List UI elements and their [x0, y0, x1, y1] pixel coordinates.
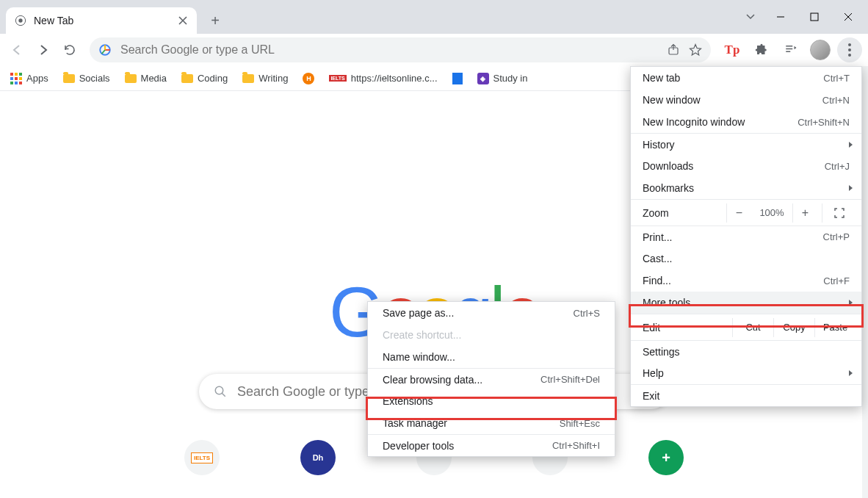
bookmark-folder-coding[interactable]: Coding	[181, 73, 228, 84]
menu-find[interactable]: Find...Ctrl+F	[631, 270, 861, 292]
profile-avatar[interactable]	[808, 37, 833, 62]
chevron-right-icon	[848, 299, 854, 306]
menu-exit[interactable]: Exit	[631, 384, 861, 406]
reload-button[interactable]	[59, 39, 81, 61]
tab-title: New Tab	[34, 15, 73, 26]
edit-copy-button[interactable]: Copy	[773, 318, 814, 337]
more-tools-submenu: Save page as...Ctrl+S Create shortcut...…	[367, 301, 615, 457]
chrome-menu-button[interactable]	[837, 37, 862, 62]
edit-label: Edit	[643, 322, 660, 333]
submenu-clear-data[interactable]: Clear browsing data...Ctrl+Shift+Del	[368, 368, 615, 390]
zoom-in-button[interactable]: +	[792, 203, 817, 223]
window-controls	[745, 0, 868, 34]
edit-paste-button[interactable]: Paste	[814, 318, 856, 337]
chevron-right-icon	[848, 184, 854, 192]
folder-icon	[63, 74, 75, 83]
site-icon: IELTS	[329, 75, 346, 82]
menu-settings[interactable]: Settings	[631, 340, 861, 362]
zoom-value: 100%	[751, 207, 792, 218]
search-icon	[214, 385, 227, 398]
submenu-task-manager[interactable]: Task managerShift+Esc	[368, 412, 615, 434]
apps-label: Apps	[26, 73, 48, 84]
menu-new-incognito[interactable]: New Incognito windowCtrl+Shift+N	[631, 111, 861, 133]
submenu-save-page[interactable]: Save page as...Ctrl+S	[368, 302, 615, 324]
menu-zoom-row: Zoom − 100% +	[631, 199, 861, 225]
menu-more-tools[interactable]: More tools	[631, 292, 861, 314]
menu-downloads[interactable]: DownloadsCtrl+J	[631, 155, 861, 177]
bookmark-item-ielts[interactable]: IELTShttps://ieltsonline.c...	[329, 73, 437, 84]
bookmark-folder-writing[interactable]: Writing	[242, 73, 288, 84]
shortcut-tile[interactable]: IELTS	[184, 440, 220, 475]
site-icon: ◈	[477, 73, 489, 84]
chrome-icon	[15, 15, 26, 26]
apps-button[interactable]: Apps	[10, 73, 48, 84]
bookmark-item[interactable]: H	[303, 73, 314, 84]
site-icon	[452, 73, 463, 84]
submenu-name-window[interactable]: Name window...	[368, 346, 615, 368]
address-bar[interactable]	[90, 37, 711, 62]
bookmark-folder-socials[interactable]: Socials	[63, 73, 110, 84]
menu-print[interactable]: Print...Ctrl+P	[631, 225, 861, 248]
extensions-puzzle-icon[interactable]	[749, 37, 774, 62]
submenu-dev-tools[interactable]: Developer toolsCtrl+Shift+I	[368, 434, 615, 456]
menu-cast[interactable]: Cast...	[631, 248, 861, 270]
back-button	[6, 39, 28, 61]
bookmark-item-study[interactable]: ◈Study in	[477, 73, 528, 84]
fullscreen-button[interactable]	[822, 203, 856, 223]
titlebar: New Tab +	[0, 0, 868, 34]
svg-point-1	[18, 18, 22, 22]
browser-tab[interactable]: New Tab	[6, 7, 197, 34]
bookmark-folder-media[interactable]: Media	[125, 73, 167, 84]
edit-cut-button[interactable]: Cut	[732, 318, 773, 337]
chevron-right-icon	[848, 369, 854, 377]
zoom-out-button[interactable]: −	[726, 203, 751, 223]
share-icon[interactable]	[667, 43, 680, 57]
folder-icon	[125, 74, 137, 83]
close-icon[interactable]	[178, 15, 188, 26]
site-icon: H	[303, 73, 314, 84]
menu-bookmarks[interactable]: Bookmarks	[631, 177, 861, 199]
shortcut-tile[interactable]: +	[648, 440, 684, 475]
shortcut-tile[interactable]: Dh	[300, 440, 336, 475]
menu-new-window[interactable]: New windowCtrl+N	[631, 89, 861, 111]
chevron-right-icon	[848, 141, 854, 148]
menu-history[interactable]: History	[631, 133, 861, 155]
google-icon	[98, 43, 112, 57]
bookmark-item[interactable]	[452, 73, 463, 84]
menu-help[interactable]: Help	[631, 362, 861, 384]
extension-tp-icon[interactable]: Tp	[720, 37, 745, 62]
apps-grid-icon	[10, 73, 22, 84]
tab-search-icon[interactable]	[745, 11, 756, 23]
forward-button[interactable]	[32, 39, 54, 61]
new-tab-button[interactable]: +	[204, 10, 226, 32]
menu-new-tab[interactable]: New tabCtrl+T	[631, 67, 861, 89]
omnibox-input[interactable]	[120, 43, 658, 57]
bookmark-star-icon[interactable]	[689, 43, 702, 57]
close-window-button[interactable]	[831, 5, 865, 29]
tab-strip: New Tab +	[0, 0, 745, 34]
submenu-create-shortcut: Create shortcut...	[368, 324, 615, 346]
maximize-button[interactable]	[798, 5, 831, 29]
scrollbar[interactable]	[862, 66, 868, 498]
svg-point-5	[215, 386, 223, 394]
menu-edit-row: Edit Cut Copy Paste	[631, 314, 861, 340]
folder-icon	[242, 74, 254, 83]
folder-icon	[181, 74, 193, 83]
reading-list-icon[interactable]	[778, 37, 803, 62]
minimize-button[interactable]	[764, 5, 798, 29]
chrome-main-menu: New tabCtrl+T New windowCtrl+N New Incog…	[630, 66, 862, 407]
zoom-label: Zoom	[643, 207, 669, 219]
toolbar: Tp	[0, 34, 868, 66]
svg-rect-2	[811, 13, 818, 21]
submenu-extensions[interactable]: Extensions	[368, 390, 615, 412]
